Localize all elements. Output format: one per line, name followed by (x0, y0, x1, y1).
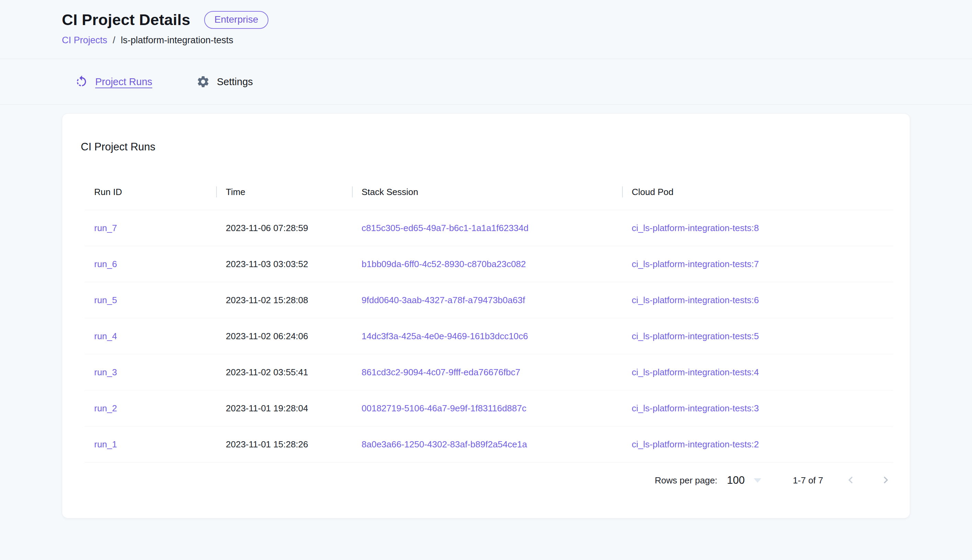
run-time: 2023-11-02 15:28:08 (216, 295, 352, 306)
stack-session-link[interactable]: b1bb09da-6ff0-4c52-8930-c870ba23c082 (361, 259, 526, 269)
pagination-range-label: 1-7 of 7 (793, 475, 823, 486)
chevron-left-icon (844, 473, 858, 488)
run-time: 2023-11-03 03:03:52 (216, 259, 352, 270)
previous-page-button[interactable] (843, 473, 858, 488)
enterprise-badge: Enterprise (204, 11, 269, 29)
dropdown-arrow-icon (754, 478, 761, 483)
run-id-link[interactable]: run_7 (94, 223, 117, 233)
run-id-link[interactable]: run_5 (94, 295, 117, 305)
run-time: 2023-11-01 15:28:26 (216, 439, 352, 450)
table-row: run_1 2023-11-01 15:28:26 8a0e3a66-1250-… (85, 427, 893, 462)
page-header: CI Project Details Enterprise CI Project… (0, 0, 972, 59)
table-body: run_7 2023-11-06 07:28:59 c815c305-ed65-… (85, 210, 893, 462)
runs-table: Run ID Time Stack Session Cloud Pod run_… (85, 174, 893, 462)
table-row: run_5 2023-11-02 15:28:08 9fdd0640-3aab-… (85, 282, 893, 318)
tab-project-runs[interactable]: Project Runs (75, 75, 152, 88)
gear-icon (196, 75, 210, 88)
breadcrumb-parent-link[interactable]: CI Projects (62, 35, 107, 46)
run-time: 2023-11-06 07:28:59 (216, 223, 352, 233)
run-time: 2023-11-01 19:28:04 (216, 403, 352, 414)
column-header-time: Time (216, 187, 352, 197)
tab-bar: Project Runs Settings (0, 59, 972, 105)
table-row: run_2 2023-11-01 19:28:04 00182719-5106-… (85, 390, 893, 427)
column-header-run-id: Run ID (85, 187, 216, 197)
rows-per-page-value: 100 (727, 474, 745, 487)
stack-session-link[interactable]: 861cd3c2-9094-4c07-9fff-eda76676fbc7 (361, 367, 520, 377)
rotate-left-icon (75, 75, 88, 88)
page-title: CI Project Details (62, 11, 191, 29)
ci-project-runs-card: CI Project Runs Run ID Time Stack Sessio… (62, 113, 910, 518)
table-row: run_7 2023-11-06 07:28:59 c815c305-ed65-… (85, 210, 893, 246)
tab-settings-label: Settings (217, 76, 253, 88)
run-id-link[interactable]: run_2 (94, 403, 117, 413)
rows-per-page-select[interactable]: 100 (727, 474, 761, 487)
run-id-link[interactable]: run_4 (94, 331, 117, 341)
rows-per-page-label: Rows per page: (655, 475, 717, 486)
run-time: 2023-11-02 06:24:06 (216, 331, 352, 342)
table-row: run_4 2023-11-02 06:24:06 14dc3f3a-425a-… (85, 318, 893, 354)
cloud-pod-link[interactable]: ci_ls-platform-integration-tests:6 (632, 295, 759, 305)
table-header-row: Run ID Time Stack Session Cloud Pod (85, 174, 893, 210)
breadcrumb: CI Projects / ls-platform-integration-te… (62, 35, 972, 46)
cloud-pod-link[interactable]: ci_ls-platform-integration-tests:8 (632, 223, 759, 233)
card-title: CI Project Runs (81, 140, 910, 153)
cloud-pod-link[interactable]: ci_ls-platform-integration-tests:5 (632, 331, 759, 341)
column-header-cloud-pod: Cloud Pod (622, 187, 893, 197)
run-id-link[interactable]: run_6 (94, 259, 117, 269)
breadcrumb-current: ls-platform-integration-tests (121, 35, 233, 46)
stack-session-link[interactable]: c815c305-ed65-49a7-b6c1-1a1a1f62334d (361, 223, 529, 233)
cloud-pod-link[interactable]: ci_ls-platform-integration-tests:3 (632, 403, 759, 413)
stack-session-link[interactable]: 14dc3f3a-425a-4e0e-9469-161b3dcc10c6 (361, 331, 528, 341)
cloud-pod-link[interactable]: ci_ls-platform-integration-tests:7 (632, 259, 759, 269)
cloud-pod-link[interactable]: ci_ls-platform-integration-tests:4 (632, 367, 759, 377)
stack-session-link[interactable]: 8a0e3a66-1250-4302-83af-b89f2a54ce1a (361, 439, 527, 450)
tab-settings[interactable]: Settings (196, 75, 253, 88)
tab-project-runs-label: Project Runs (95, 76, 152, 88)
run-id-link[interactable]: run_1 (94, 439, 117, 450)
column-header-stack-session: Stack Session (352, 187, 622, 197)
next-page-button[interactable] (878, 473, 893, 488)
run-id-link[interactable]: run_3 (94, 367, 117, 377)
stack-session-link[interactable]: 9fdd0640-3aab-4327-a78f-a79473b0a63f (361, 295, 525, 305)
chevron-right-icon (879, 473, 893, 488)
table-row: run_6 2023-11-03 03:03:52 b1bb09da-6ff0-… (85, 246, 893, 282)
cloud-pod-link[interactable]: ci_ls-platform-integration-tests:2 (632, 439, 759, 450)
run-time: 2023-11-02 03:55:41 (216, 367, 352, 378)
pagination-bar: Rows per page: 100 1-7 of 7 (85, 462, 893, 488)
table-row: run_3 2023-11-02 03:55:41 861cd3c2-9094-… (85, 354, 893, 390)
breadcrumb-separator: / (113, 35, 115, 46)
stack-session-link[interactable]: 00182719-5106-46a7-9e9f-1f83116d887c (361, 403, 527, 413)
